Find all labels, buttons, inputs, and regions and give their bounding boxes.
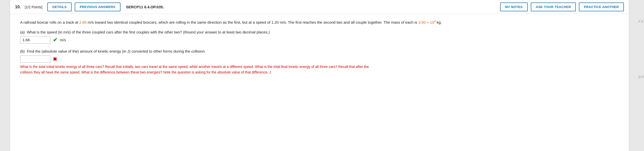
part-b-unit-inline: J bbox=[269, 70, 271, 74]
problem-body: A railroad boxcar rolls on a track at 2.… bbox=[10, 14, 629, 151]
part-a-question: What is the speed (in m/s) of the three … bbox=[27, 30, 270, 34]
right-sidebar: rast ID20 bbox=[629, 0, 644, 151]
part-b-crossmark: ✖ bbox=[53, 56, 57, 62]
question-number: 10. bbox=[15, 5, 21, 9]
series-code: SERCP11 6.4.OP.035. bbox=[126, 5, 164, 9]
mass-times: × 10 bbox=[426, 20, 434, 24]
part-b-hint: What is the total initial kinetic energy… bbox=[20, 64, 372, 75]
part-a-unit: m/s bbox=[60, 38, 66, 42]
my-notes-button[interactable]: MY NOTES bbox=[500, 3, 528, 11]
part-a-section: (a) What is the speed (in m/s) of the th… bbox=[20, 30, 619, 44]
problem-statement: A railroad boxcar rolls on a track at 2.… bbox=[20, 19, 619, 25]
problem-text-part1: A railroad boxcar rolls on a track at bbox=[20, 20, 79, 24]
details-button[interactable]: DETAILS bbox=[47, 3, 72, 11]
left-sidebar bbox=[0, 0, 10, 151]
problem-text-part3: kg. bbox=[436, 20, 442, 24]
practice-another-button[interactable]: PRACTICE ANOTHER bbox=[579, 3, 624, 11]
part-b-section: (b) Find the (absolute value of the) amo… bbox=[20, 49, 619, 75]
speed1-value: 2.65 bbox=[79, 20, 87, 24]
mass-value: 3.50 bbox=[418, 20, 426, 24]
part-b-answer-row: ✖ bbox=[20, 55, 619, 63]
part-b-label: (b) Find the (absolute value of the) amo… bbox=[20, 49, 619, 53]
part-a-letter: (a) bbox=[20, 30, 25, 34]
part-a-checkmark: ✔ bbox=[53, 37, 57, 43]
part-b-letter: (b) bbox=[20, 49, 25, 53]
right-sidebar-text2: ID20 bbox=[638, 76, 644, 79]
part-a-label: (a) What is the speed (in m/s) of the th… bbox=[20, 30, 619, 34]
part-a-input[interactable] bbox=[20, 36, 50, 44]
header-bar: 10. [1/2 Points] DETAILS PREVIOUS ANSWER… bbox=[10, 0, 629, 14]
part-b-question: Find the (absolute value of the) amount … bbox=[27, 49, 206, 53]
problem-text-part2: m/s toward two identical coupled boxcars… bbox=[87, 20, 418, 24]
part-a-answer-row: ✔ m/s bbox=[20, 36, 619, 44]
main-content: 10. [1/2 Points] DETAILS PREVIOUS ANSWER… bbox=[10, 0, 629, 151]
ask-teacher-button[interactable]: ASK YOUR TEACHER bbox=[531, 3, 576, 11]
part-b-input[interactable] bbox=[20, 55, 50, 63]
points-label: [1/2 Points] bbox=[25, 5, 42, 9]
hint-text-content: What is the total initial kinetic energy… bbox=[20, 65, 369, 74]
previous-answers-button[interactable]: PREVIOUS ANSWERS bbox=[75, 3, 120, 11]
right-sidebar-text1: rast bbox=[638, 20, 644, 23]
